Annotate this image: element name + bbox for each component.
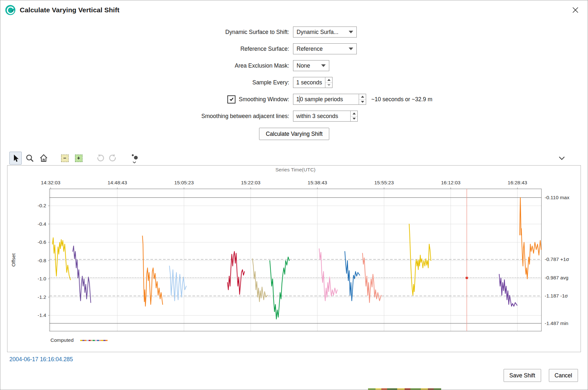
y-tick-label: -0.4 xyxy=(38,221,46,227)
area-mask-label: Area Exclusion Mask: xyxy=(0,62,293,69)
chevron-down-icon xyxy=(557,154,566,163)
spinner-buttons[interactable] xyxy=(350,111,357,121)
home-icon xyxy=(39,153,49,163)
collapse-plot-button[interactable] xyxy=(556,152,568,164)
settings-form: Dynamic Surface to Shift: Dynamic Surfa.… xyxy=(0,26,588,141)
reference-label: -1.187 -1σ xyxy=(545,293,568,298)
calculate-varying-shift-button[interactable]: Calculate Varying Shift xyxy=(259,128,329,140)
chart-panel: 14:32:0314:48:4315:05:2315:22:0315:38:43… xyxy=(7,165,581,352)
smoothing-adjacent-spinner[interactable]: within 3 seconds xyxy=(293,111,358,122)
y-axis-label: Offset xyxy=(11,253,16,267)
spinner-value: 1 xyxy=(296,96,299,103)
spinner-up-button[interactable] xyxy=(359,94,366,100)
y-tick-label: -0.6 xyxy=(38,239,46,245)
dynamic-surface-select[interactable]: Dynamic Surfa... xyxy=(293,27,357,38)
undo-icon xyxy=(95,153,104,163)
close-icon xyxy=(572,6,579,14)
redo-button[interactable] xyxy=(108,152,119,164)
cursor-timestamp: 2004-06-17 16:16:04.285 xyxy=(9,356,73,363)
undo-button[interactable] xyxy=(94,152,105,164)
spinner-value: 0 sample periods xyxy=(300,96,343,103)
legend-color-strip xyxy=(101,340,103,341)
spinner-up-button[interactable] xyxy=(351,111,357,116)
y-tick-label: -0.8 xyxy=(38,258,46,263)
smoothing-window-spinner[interactable]: 10 sample periods xyxy=(293,94,366,105)
x-tick-label: 16:12:03 xyxy=(441,180,460,185)
smoothing-adjacent-label: Smoothing between adjacent lines: xyxy=(0,113,293,120)
legend-label: Computed xyxy=(50,337,74,343)
sample-every-label: Sample Every: xyxy=(0,79,293,86)
chevron-down-icon xyxy=(349,48,353,50)
legend-color-strip xyxy=(93,340,95,341)
smoothing-window-checkbox[interactable] xyxy=(227,95,235,103)
spinner-down-button[interactable] xyxy=(351,116,357,122)
dialog-window: Calculate Varying Vertical Shift Dynamic… xyxy=(0,0,588,390)
down-arrow-icon xyxy=(361,101,364,103)
reference-label: -0.987 avg xyxy=(545,275,568,280)
save-shift-button[interactable]: Save Shift xyxy=(504,369,541,382)
app-logo-icon xyxy=(4,4,16,16)
y-tick-label: -0.2 xyxy=(38,203,46,208)
legend-color-strip xyxy=(82,340,85,341)
legend-color-strip xyxy=(84,340,87,341)
legend-color-strip xyxy=(95,340,97,341)
area-mask-value: None xyxy=(297,62,310,69)
cancel-button[interactable]: Cancel xyxy=(549,369,578,382)
reference-surface-label: Reference Surface: xyxy=(0,46,293,52)
spinner-up-button[interactable] xyxy=(325,77,332,83)
check-icon xyxy=(229,97,234,102)
spinner-down-button[interactable] xyxy=(325,83,332,88)
point-options-button[interactable] xyxy=(129,152,140,164)
zoom-out-region-icon: − xyxy=(61,155,69,162)
chevron-down-icon xyxy=(321,64,326,67)
legend-color-strip xyxy=(87,340,89,341)
pointer-tool-button[interactable] xyxy=(9,152,22,165)
legend-color-strip xyxy=(89,340,91,341)
y-tick-label: -1.0 xyxy=(38,276,46,281)
area-mask-select[interactable]: None xyxy=(293,60,329,71)
plot-area[interactable] xyxy=(49,189,541,331)
cursor-point xyxy=(466,277,468,279)
close-button[interactable] xyxy=(569,4,582,16)
spinner-buttons[interactable] xyxy=(325,77,332,88)
legend-color-strip xyxy=(103,340,106,341)
home-button[interactable] xyxy=(38,152,49,164)
legend-color-strip xyxy=(105,340,108,341)
pointer-icon xyxy=(11,153,20,163)
x-tick-label: 15:55:23 xyxy=(374,180,394,185)
offset-chart[interactable]: 14:32:0314:48:4315:05:2315:22:0315:38:43… xyxy=(7,166,581,352)
zoom-in-region-button[interactable]: + xyxy=(73,152,84,164)
reference-label: -0.787 +1σ xyxy=(545,256,569,262)
titlebar: Calculate Varying Vertical Shift xyxy=(0,0,588,20)
spinner-buttons[interactable] xyxy=(359,94,366,104)
window-title: Calculate Varying Vertical Shift xyxy=(20,6,119,14)
footer-buttons: Save Shift Cancel xyxy=(504,369,578,382)
x-tick-label: 15:38:43 xyxy=(308,180,327,185)
legend-color-strip xyxy=(80,340,82,341)
spinner-down-button[interactable] xyxy=(359,100,366,105)
sample-every-value: 1 seconds xyxy=(293,77,325,88)
background-window-strip xyxy=(368,388,441,390)
up-arrow-icon xyxy=(327,79,331,81)
reference-surface-select[interactable]: Reference xyxy=(293,43,357,54)
dynamic-surface-label: Dynamic Surface to Shift: xyxy=(0,29,293,36)
smoothing-window-value[interactable]: 10 sample periods xyxy=(293,94,359,104)
reference-label: -1.487 min xyxy=(545,320,568,326)
reference-label: -0.110 max xyxy=(545,195,570,200)
dynamic-surface-value: Dynamic Surfa... xyxy=(297,29,338,36)
zoom-out-region-button[interactable]: − xyxy=(59,152,71,164)
zoom-tool-button[interactable] xyxy=(24,152,36,164)
x-tick-label: 16:28:43 xyxy=(508,180,527,185)
magnifier-icon xyxy=(25,153,35,163)
smoothing-window-note: ~10 seconds or ~32.9 m xyxy=(371,96,432,103)
y-tick-label: -1.2 xyxy=(38,294,46,300)
zoom-in-region-icon: + xyxy=(75,155,82,162)
redo-icon xyxy=(109,153,118,163)
legend-color-strip xyxy=(97,340,99,341)
smoothing-adjacent-value: within 3 seconds xyxy=(293,111,350,121)
x-tick-label: 15:05:23 xyxy=(174,180,194,185)
sample-every-spinner[interactable]: 1 seconds xyxy=(293,77,332,88)
dots-icon xyxy=(129,152,140,164)
legend-color-strip xyxy=(99,340,102,341)
x-tick-label: 14:32:03 xyxy=(41,180,60,185)
